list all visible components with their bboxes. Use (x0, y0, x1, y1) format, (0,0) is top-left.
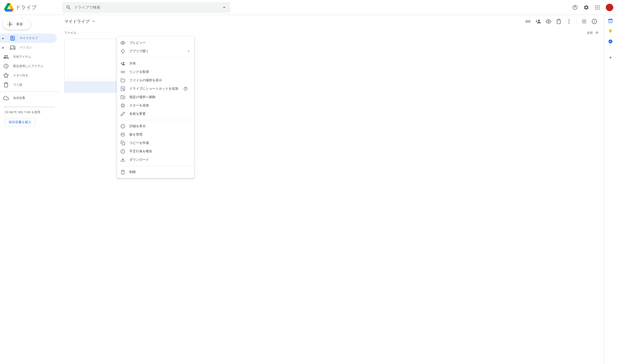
preview-button[interactable] (544, 17, 553, 26)
toolbar: マイドライブ (60, 15, 604, 28)
plus-icon (6, 21, 13, 28)
svg-point-15 (568, 23, 569, 24)
ctx-remove[interactable]: 削除 (117, 168, 194, 176)
ctx-manage-versions[interactable]: 版を管理 (117, 130, 194, 139)
storage-bar (5, 106, 55, 107)
drive-logo-icon (4, 3, 13, 12)
section-title: ファイル (64, 31, 77, 35)
svg-point-14 (568, 21, 569, 22)
add-app-icon[interactable] (608, 55, 613, 60)
sidebar-item-label: 保存容量 (13, 96, 25, 100)
cloud-icon (3, 95, 9, 101)
ctx-share[interactable]: 共有 (117, 59, 194, 68)
ctx-add-shortcut[interactable]: ドライブにショートカットを追加 (117, 85, 194, 93)
ctx-label: 名前を変更 (129, 112, 146, 116)
divider (117, 166, 194, 166)
delete-button[interactable] (554, 17, 563, 26)
sidebar-item-mydrive[interactable]: ▶ マイドライブ (0, 34, 57, 43)
link-icon (121, 70, 125, 74)
body: 新規 ▶ マイドライブ ▶ パソコン 共有アイテム 最近使用したアイテム スター… (0, 15, 617, 364)
toolbar-actions (523, 17, 599, 26)
tasks-app-icon[interactable] (608, 39, 613, 44)
svg-point-1 (575, 8, 575, 9)
sidebar-item-shared[interactable]: 共有アイテム (0, 52, 57, 62)
sort-button[interactable]: 名前 (587, 31, 599, 35)
ctx-download[interactable]: ダウンロード (117, 156, 194, 164)
ctx-label: コピーを作成 (129, 141, 149, 145)
ctx-show-location[interactable]: ファイルの場所を表示 (117, 76, 194, 85)
view-details-button[interactable] (590, 17, 599, 26)
pencil-icon (121, 112, 125, 116)
sidebar-item-trash[interactable]: ゴミ箱 (0, 80, 57, 90)
divider (117, 120, 194, 120)
calendar-app-icon[interactable]: 31 (608, 19, 613, 23)
ctx-label: 削除 (129, 170, 136, 174)
share-button[interactable] (534, 17, 543, 26)
new-button[interactable]: 新規 (3, 19, 31, 30)
search-input[interactable] (74, 5, 219, 10)
more-actions-button[interactable] (564, 17, 574, 26)
sidebar-item-label: スター付き (13, 73, 28, 78)
dropdown-icon (91, 19, 96, 24)
move-icon (121, 95, 125, 99)
svg-point-19 (122, 42, 123, 44)
app-title: ドライブ (15, 4, 37, 11)
ctx-make-copy[interactable]: コピーを作成 (117, 139, 194, 147)
ctx-move-to[interactable]: 指定の場所へ移動 (117, 93, 194, 101)
divider (577, 19, 577, 24)
svg-rect-30 (609, 19, 613, 20)
user-avatar[interactable] (606, 4, 613, 11)
trash-icon (121, 170, 125, 174)
ctx-get-link[interactable]: リンクを取得 (117, 68, 194, 76)
help-icon (183, 87, 188, 91)
buy-storage-button[interactable]: 保存容量を購入 (5, 118, 35, 127)
new-button-label: 新規 (16, 22, 23, 26)
breadcrumb[interactable]: マイドライブ (64, 19, 96, 24)
context-menu: プレビュー アプリで開く 共有 リンクを取得 フ (117, 37, 194, 178)
apps-button[interactable] (593, 3, 602, 12)
header: ドライブ (0, 0, 617, 15)
ctx-rename[interactable]: 名前を変更 (117, 110, 194, 118)
search-options-icon[interactable] (221, 5, 227, 10)
open-with-icon (121, 49, 125, 53)
sidebar-item-label: 共有アイテム (13, 55, 31, 59)
get-link-button[interactable] (523, 17, 533, 26)
side-panel: 31 (604, 15, 617, 364)
svg-point-9 (597, 9, 598, 10)
sort-label: 名前 (587, 31, 593, 35)
file-card[interactable] (64, 39, 118, 93)
support-button[interactable] (570, 3, 580, 12)
person-add-icon (121, 61, 125, 66)
star-icon (3, 73, 9, 78)
divider (0, 91, 60, 91)
view-list-button[interactable] (579, 17, 589, 26)
sidebar-item-starred[interactable]: スター付き (0, 71, 57, 80)
sidebar-item-storage[interactable]: 保存容量 (0, 93, 57, 103)
svg-point-10 (599, 9, 600, 10)
ctx-label: 版を管理 (129, 132, 142, 137)
alert-icon (121, 149, 125, 154)
ctx-add-star[interactable]: スターを追加 (117, 101, 194, 110)
expand-icon[interactable]: ▶ (1, 37, 6, 39)
ctx-preview[interactable]: プレビュー (117, 39, 194, 47)
section-header: ファイル 名前 (60, 28, 604, 37)
keep-app-icon[interactable] (608, 29, 613, 34)
ctx-label: ダウンロード (129, 158, 149, 162)
ctx-label: ファイルの場所を表示 (129, 78, 162, 82)
sidebar-item-label: パソコン (20, 45, 32, 50)
ctx-view-details[interactable]: 詳細を表示 (117, 122, 194, 130)
shortcut-icon (121, 86, 125, 91)
sidebar-item-computers[interactable]: ▶ パソコン (0, 43, 57, 52)
svg-point-4 (599, 5, 600, 6)
ctx-open-with[interactable]: アプリで開く (117, 47, 194, 55)
expand-icon[interactable]: ▶ (1, 46, 6, 49)
storage-section: 15 GB 中 381.7 KB を使用 保存容量を購入 (0, 103, 60, 128)
sidebar-item-recent[interactable]: 最近使用したアイテム (0, 62, 57, 71)
search-box[interactable] (63, 2, 230, 13)
breadcrumb-label: マイドライブ (64, 19, 90, 24)
ctx-label: プレビュー (129, 41, 146, 45)
ctx-report-abuse[interactable]: 不正行為を報告 (117, 147, 194, 156)
svg-point-2 (595, 5, 596, 6)
svg-text:31: 31 (609, 21, 612, 23)
settings-button[interactable] (582, 3, 591, 12)
